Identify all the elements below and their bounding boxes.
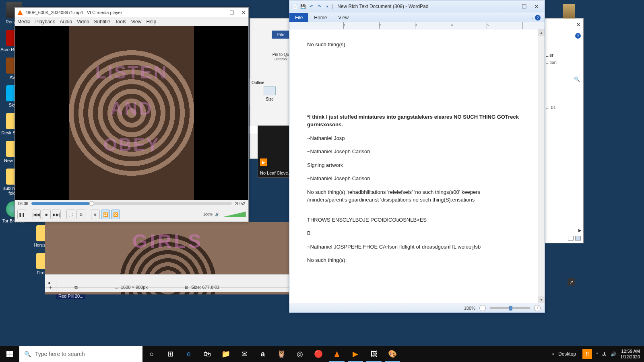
vlc-menu-item[interactable]: Audio — [60, 19, 72, 25]
vlc-menu-item[interactable]: Media — [17, 19, 31, 25]
wordpad-zoom-in-button[interactable]: + — [534, 305, 541, 311]
vlc-menu-item[interactable]: Playback — [35, 19, 55, 25]
taskbar-media-icon[interactable]: ▶ — [346, 346, 365, 362]
vlc-menu-item[interactable]: Subtitle — [94, 19, 110, 25]
vlc-seekbar[interactable]: 06:06 20:52 — [15, 200, 248, 207]
bg-explorer-item[interactable]: ...-01 — [546, 105, 581, 110]
taskbar-paint-icon[interactable]: 🎨 — [383, 346, 402, 362]
taskbar-explorer-icon[interactable]: 📁 — [217, 346, 235, 362]
image-crop-icon[interactable]: ⧉ — [56, 282, 96, 292]
bg-explorer-item[interactable]: ...er — [546, 53, 581, 58]
tray-desktop-label[interactable]: Desktop — [558, 351, 578, 357]
wordpad-save-icon[interactable]: 💾 — [300, 3, 306, 10]
vlc-menu-item[interactable]: Video — [77, 19, 89, 25]
taskbar-store-icon[interactable]: 🛍 — [198, 346, 217, 362]
taskbar-vlc-icon[interactable] — [328, 346, 346, 362]
taskbar-app1-icon[interactable]: ◎ — [291, 346, 309, 362]
tray-network-icon[interactable]: 🖧 — [602, 352, 607, 356]
wordpad-titlebar[interactable]: 📄 💾 ↶ ↷ ▼ | New Rich Text Document (309)… — [289, 0, 545, 12]
wordpad-paragraph[interactable]: *I think I just stuffed miniatures into … — [307, 113, 520, 129]
image-add-icon[interactable]: ＋ — [45, 284, 56, 290]
wordpad-paragraph[interactable]: ~Nathaniel Joseph Carlson — [307, 175, 520, 183]
taskbar-taskview-icon[interactable]: ⊞ — [161, 346, 180, 362]
bg-word-outline[interactable]: Outline — [252, 80, 288, 85]
wordpad-paragraph[interactable]: No such thing(s). — [307, 256, 520, 264]
wordpad-paragraph[interactable]: ~Nathaniel Josp — [307, 134, 520, 142]
vlc-volume-slider[interactable] — [222, 212, 246, 217]
tray-chevron-icon[interactable]: ˄ — [596, 352, 598, 356]
vlc-minimize-button[interactable]: — — [217, 10, 222, 16]
wordpad-ruler[interactable]: 1 2 3 4 5 — [289, 22, 545, 29]
vlc-prev-button[interactable]: |◀◀ — [32, 210, 41, 219]
taskbar-search[interactable]: 🔍 Type here to search — [19, 346, 142, 362]
bg-music-play-icon[interactable]: ▶ — [260, 158, 267, 166]
wordpad-ribbon-toggle-icon[interactable]: ⌵ — [531, 16, 533, 20]
taskbar-tripadvisor-icon[interactable]: 🦉 — [272, 346, 291, 362]
vlc-menu-item[interactable]: Tools — [115, 19, 126, 25]
vlc-extended-button[interactable]: ⚙ — [76, 210, 85, 219]
wordpad-maximize-button[interactable]: ☐ — [522, 3, 527, 10]
wordpad-tab-view[interactable]: View — [332, 13, 354, 22]
wordpad-document[interactable]: No such thing(s).*I think I just stuffed… — [289, 29, 538, 303]
vlc-menu-item[interactable]: View — [131, 19, 142, 25]
taskbar-amazon-icon[interactable]: a — [254, 346, 272, 362]
wordpad-zoom-slider[interactable] — [490, 307, 530, 309]
bg-explorer-help-icon[interactable]: ? — [575, 33, 581, 39]
vlc-speaker-icon[interactable]: 🔊 — [215, 212, 219, 216]
wordpad-help-icon[interactable]: ? — [535, 15, 541, 21]
vlc-next-button[interactable]: ▶▶| — [52, 210, 61, 219]
wordpad-paragraph[interactable]: B — [307, 229, 520, 237]
vlc-stop-button[interactable]: ■ — [42, 210, 51, 219]
wordpad-paragraph[interactable]: THROWS ENSCLYLBOJE PCOIDICOtiOSNLB>ES — [307, 216, 520, 224]
tray-clock[interactable]: 12:59 AM 1/12/2020 — [620, 348, 640, 360]
bg-explorer-view2-icon[interactable] — [575, 236, 581, 241]
wordpad-paragraph[interactable]: Signing artwork — [307, 161, 520, 169]
wordpad-paragraph[interactable]: ~Nathaniel Joseph Carlson — [307, 148, 520, 156]
bg-word-size-icon[interactable] — [264, 86, 276, 95]
wordpad-close-button[interactable]: ✕ — [534, 3, 539, 10]
bg-desktop-folder-icon[interactable] — [563, 4, 575, 19]
wordpad-paragraph[interactable]: ~Nathaniel JOSPPEHE FHOE CArlson fldfigh… — [307, 243, 520, 251]
tray-overflow-icon[interactable]: » — [552, 352, 554, 356]
vlc-titlebar[interactable]: 480P_600K_203408971.mp4 - VLC media play… — [15, 8, 248, 17]
taskbar-edge-icon[interactable]: e — [180, 346, 198, 362]
vlc-video-area[interactable]: LISTEN AND OBEY — [15, 26, 248, 200]
wordpad-tab-home[interactable]: Home — [308, 13, 332, 22]
bg-word-file-tab[interactable]: File — [272, 31, 290, 39]
wordpad-scrollbar[interactable]: ▲ ▼ — [538, 29, 545, 303]
wordpad-undo-icon[interactable]: ↶ — [308, 3, 314, 10]
taskbar-photos-icon[interactable]: 🖼 — [365, 346, 383, 362]
wordpad-zoom-out-button[interactable]: − — [479, 305, 486, 311]
wordpad-app-icon[interactable]: 📄 — [292, 3, 298, 10]
bg-word-pin[interactable]: Pin to Qu access — [272, 40, 290, 64]
bg-explorer-view1-icon[interactable] — [568, 236, 574, 241]
wordpad-minimize-button[interactable]: — — [509, 3, 514, 10]
wordpad-redo-icon[interactable]: ↷ — [316, 3, 322, 10]
bg-explorer-close-icon[interactable]: ✕ — [576, 22, 581, 28]
wordpad-paragraph[interactable]: No such thing(s).'rehadbhilitations 'rel… — [307, 188, 520, 204]
start-button[interactable] — [0, 346, 19, 362]
vlc-close-button[interactable]: ✕ — [242, 10, 246, 16]
tray-volume-icon[interactable]: 🔊 — [611, 352, 616, 357]
vlc-shuffle-button[interactable]: 🔀 — [111, 210, 120, 219]
vlc-pause-button[interactable]: ❚❚ — [17, 210, 26, 219]
scroll-down-icon[interactable]: ▼ — [538, 296, 545, 303]
taskbar-app2-icon[interactable]: 🔴 — [309, 346, 328, 362]
tray-notification-icon[interactable]: !! — [582, 349, 592, 359]
bg-explorer-search-icon[interactable]: 🔍 — [574, 76, 580, 82]
wordpad-paragraph[interactable]: No such thing(s). — [307, 41, 520, 49]
taskbar-cortana-icon[interactable]: ○ — [142, 346, 161, 362]
vlc-loop-button[interactable]: 🔁 — [101, 210, 110, 219]
bg-arrow-icon[interactable]: ↗ — [568, 278, 575, 286]
scroll-up-icon[interactable]: ▲ — [538, 29, 545, 36]
bg-explorer-item[interactable]: ...tion — [546, 60, 581, 65]
vlc-seek-thumb[interactable] — [89, 201, 94, 206]
vlc-fullscreen-button[interactable]: ⛶ — [66, 210, 75, 219]
bg-explorer-scroll-right-icon[interactable]: ▶ — [578, 228, 582, 232]
vlc-menu-item[interactable]: Help — [146, 19, 156, 25]
vlc-playlist-button[interactable]: ≡ — [91, 210, 100, 219]
vlc-maximize-button[interactable]: ☐ — [229, 10, 234, 16]
wordpad-tab-file[interactable]: File — [289, 13, 308, 22]
wordpad-qat-dropdown-icon[interactable]: ▼ — [324, 3, 330, 10]
taskbar-mail-icon[interactable]: ✉ — [235, 346, 254, 362]
